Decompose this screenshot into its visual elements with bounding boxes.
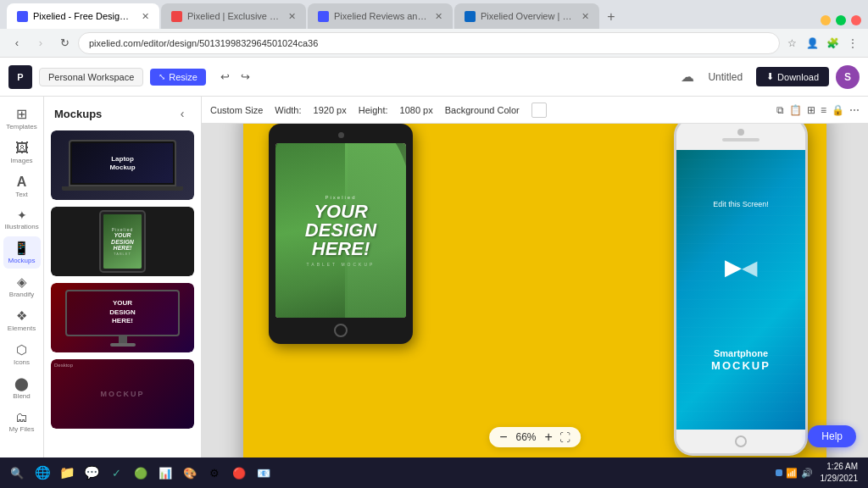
desktop2-pixelied: Desktop <box>54 363 73 368</box>
sidebar-item-templates[interactable]: ⊞ Templates <box>3 102 41 135</box>
toolbar-right-icons: ⧉ 📋 ⊞ ≡ 🔒 ⋯ <box>776 104 860 116</box>
sidebar-item-text[interactable]: A Text <box>3 170 41 202</box>
user-avatar[interactable]: S <box>836 65 860 89</box>
more-icon[interactable]: ⋯ <box>849 104 860 116</box>
grid-icon[interactable]: ⊞ <box>807 104 815 116</box>
sidebar-item-icons[interactable]: ⬡ Icons <box>3 338 41 370</box>
close-button[interactable] <box>851 15 861 25</box>
resize-icon: ⤡ <box>159 72 165 81</box>
your-design-here-text: YOURDESIGNHERE! <box>305 202 376 258</box>
desktop-thumb: YOURDESIGNHERE! <box>51 283 194 352</box>
tab-favicon-1 <box>17 11 28 22</box>
tab-label-3: Pixelied Reviews and Pricing - ... <box>334 11 427 21</box>
taskbar-clock: 1:26 AM 1/29/2021 <box>815 461 864 485</box>
profile-icon[interactable]: 👤 <box>804 35 821 52</box>
extensions-icon[interactable]: 🧩 <box>824 35 841 52</box>
sidebar-item-elements[interactable]: ❖ Elements <box>3 304 41 336</box>
download-icon: ⬇ <box>766 71 774 82</box>
workspace-button[interactable]: Personal Workspace <box>39 68 143 86</box>
zoom-fit-button[interactable]: ⛶ <box>559 431 570 444</box>
redo-button[interactable]: ↪ <box>236 68 255 86</box>
start-search[interactable]: 🔍 <box>5 461 29 485</box>
taskbar-icon-app4[interactable]: 🔴 <box>228 462 250 484</box>
illustrations-label: Illustrations <box>4 223 38 230</box>
mockup-item-desktop2[interactable]: MOCKUP Desktop <box>51 359 194 429</box>
taskbar-icon-app2[interactable]: 🎨 <box>179 462 201 484</box>
tab-close-4[interactable]: ✕ <box>581 11 589 22</box>
desktop-screen-text: YOURDESIGNHERE! <box>109 299 136 325</box>
panel-collapse-button[interactable]: ‹ <box>174 105 191 122</box>
width-label: Width: <box>275 105 301 115</box>
elements-label: Elements <box>8 324 36 332</box>
taskbar-icon-green[interactable]: 🟢 <box>130 462 152 484</box>
tab-close-3[interactable]: ✕ <box>435 11 442 22</box>
monitor-stand-base <box>110 343 136 347</box>
tab-close-1[interactable]: ✕ <box>142 11 149 22</box>
tab-active[interactable]: Pixelied - Free Design Suite For... ✕ <box>7 3 159 29</box>
minimize-button[interactable] <box>821 15 831 25</box>
height-label: Height: <box>359 105 388 115</box>
myfiles-label: My Files <box>9 425 35 433</box>
icons-icon: ⬡ <box>16 342 27 358</box>
zoom-in-button[interactable]: + <box>545 430 553 444</box>
canvas-viewport[interactable]: Pixelied YOURDESIGNHERE! TABLET MOCKUP <box>202 124 868 458</box>
taskbar-icon-app5[interactable]: 📧 <box>253 462 275 484</box>
monitor-stand-neck <box>119 336 127 343</box>
maximize-button[interactable] <box>836 15 846 25</box>
sidebar-item-brandify[interactable]: ◈ Brandify <box>3 270 41 302</box>
sidebar-item-myfiles[interactable]: 🗂 My Files <box>3 406 41 437</box>
download-button[interactable]: ⬇ Download <box>756 67 829 86</box>
tab-3[interactable]: Pixelied Reviews and Pricing - ... ✕ <box>308 3 453 29</box>
new-tab-button[interactable]: + <box>599 5 623 29</box>
copy-icon[interactable]: ⧉ <box>776 104 784 116</box>
tablet-top-camera <box>338 132 344 138</box>
cloud-save-icon[interactable]: ☁ <box>681 69 694 85</box>
taskbar-icon-app3[interactable]: ⚙ <box>203 462 225 484</box>
zoom-out-button[interactable]: − <box>499 430 507 444</box>
mockup-item-desktop[interactable]: YOURDESIGNHERE! <box>51 283 194 352</box>
lock-icon[interactable]: 🔒 <box>832 104 844 116</box>
tablet-thumb: Pixelied YOURDESIGNHERE! TABLET <box>51 207 194 276</box>
settings-icon[interactable]: ⋮ <box>844 35 861 52</box>
tablet-mockup-canvas[interactable]: Pixelied YOURDESIGNHERE! TABLET MOCKUP <box>269 124 413 344</box>
mockup-item-laptop[interactable]: LaptopMockup <box>51 130 194 200</box>
undo-button[interactable]: ↩ <box>216 68 235 86</box>
mockup-item-tablet[interactable]: Pixelied YOURDESIGNHERE! TABLET <box>51 207 194 276</box>
sidebar-item-illustrations[interactable]: ✦ Illustrations <box>3 204 41 235</box>
sidebar-item-blend[interactable]: ⬤ Blend <box>3 372 41 404</box>
taskbar-icon-check[interactable]: ✓ <box>105 462 127 484</box>
laptop-thumb: LaptopMockup <box>51 130 194 200</box>
help-button[interactable]: Help <box>808 425 856 447</box>
tab-close-2[interactable]: ✕ <box>288 11 296 22</box>
taskbar-icon-explorer[interactable]: 📁 <box>56 462 78 484</box>
resize-button[interactable]: ⤡ Resize <box>150 69 206 86</box>
paste-icon[interactable]: 📋 <box>789 104 802 116</box>
volume-icon[interactable]: 🔊 <box>801 468 813 479</box>
sidebar-item-mockups[interactable]: 📱 Mockups <box>3 236 41 269</box>
taskbar-icon-teams[interactable]: 💬 <box>81 462 103 484</box>
templates-label: Templates <box>6 123 36 130</box>
tab-4[interactable]: Pixelied Overview | LinkedIn ✕ <box>454 3 599 29</box>
reload-button[interactable]: ↻ <box>54 33 75 53</box>
align-icon[interactable]: ≡ <box>821 104 826 116</box>
app-container: P Personal Workspace ⤡ Resize ↩ ↪ ☁ Unti… <box>0 58 868 458</box>
sidebar-item-images[interactable]: 🖼 Images <box>3 136 41 169</box>
canvas-container: Custom Size Width: 1920 px Height: 1080 … <box>202 97 868 458</box>
forward-button[interactable]: › <box>31 33 51 53</box>
network-icon[interactable]: 📶 <box>786 468 798 479</box>
bookmark-star-icon[interactable]: ☆ <box>783 35 800 52</box>
mockups-panel: Mockups ‹ LaptopMockup <box>44 97 202 458</box>
height-value: 1080 px <box>400 105 433 115</box>
tab-2[interactable]: Pixelied | Exclusive Offer from A... ✕ <box>161 3 306 29</box>
phone-speaker-grille <box>722 138 760 141</box>
undo-redo-group: ↩ ↪ <box>216 68 255 86</box>
address-text: pixelied.com/editor/design/5013199832964… <box>89 38 318 48</box>
back-button[interactable]: ‹ <box>7 33 27 53</box>
main-content: ⊞ Templates 🖼 Images A Text ✦ Illustrati… <box>0 97 868 458</box>
taskbar-icon-app1[interactable]: 📊 <box>154 462 176 484</box>
address-bar[interactable]: pixelied.com/editor/design/5013199832964… <box>78 32 780 54</box>
taskbar-icon-chrome[interactable]: 🌐 <box>31 462 53 484</box>
phone-mockup-canvas[interactable]: Edit this Screen! ▶◀ S <box>674 124 808 456</box>
background-color-swatch[interactable] <box>531 103 547 118</box>
tab-label-1: Pixelied - Free Design Suite For... <box>33 11 134 21</box>
